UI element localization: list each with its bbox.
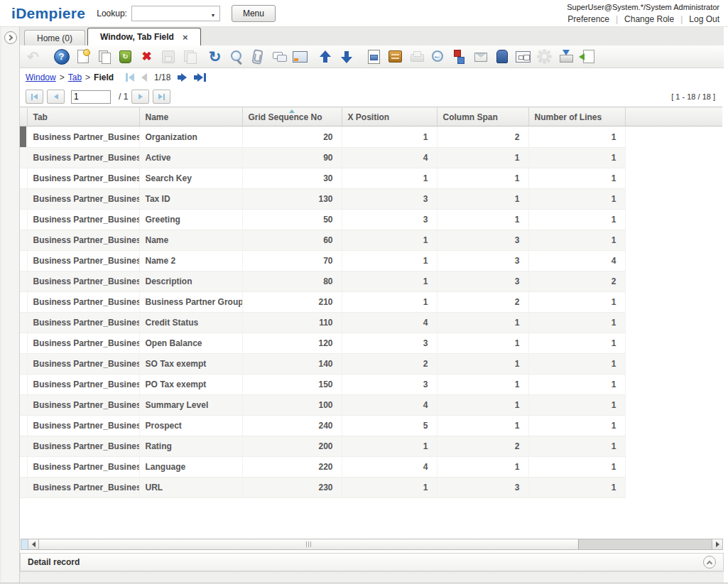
previous-page-button[interactable] [47, 90, 65, 104]
change-role-link[interactable]: Change Role [624, 14, 674, 24]
detail-record-icon[interactable] [338, 48, 356, 66]
table-row[interactable]: Business Partner_BusinessTax ID130311 [20, 189, 722, 210]
column-header-x-position[interactable]: X Position [342, 107, 437, 126]
row-select-indicator [20, 436, 27, 457]
lookup-label: Lookup: [97, 9, 127, 18]
table-row[interactable]: Business Partner_BusinessOpen Balance120… [20, 333, 722, 354]
print-icon [408, 48, 425, 66]
cell-number-of-lines: 1 [528, 168, 625, 189]
cell-number-of-lines: 1 [528, 148, 625, 168]
cell-grid-sequence-no: 130 [242, 189, 342, 210]
table-row[interactable]: Business Partner_BusinessOrganization201… [20, 126, 722, 148]
cell-name: Greeting [139, 210, 242, 230]
selected-row-marker [20, 126, 26, 147]
cell-column-span: 2 [437, 436, 528, 457]
chat-icon[interactable] [270, 48, 288, 66]
first-page-button[interactable] [26, 90, 43, 104]
column-header-tab[interactable]: Tab [27, 107, 139, 126]
table-row[interactable]: Business Partner_BusinessSearch Key30111 [20, 168, 722, 189]
record-navigation: 1/18 [125, 72, 207, 82]
copy-record-icon[interactable] [95, 48, 113, 66]
tab-home[interactable]: Home (0) [24, 30, 85, 45]
table-row[interactable]: Business Partner_BusinessURL230131 [20, 478, 722, 498]
detail-record-title: Detail record [28, 557, 80, 567]
scrollbar-track[interactable] [579, 539, 712, 549]
expand-sidebar-button[interactable] [4, 31, 17, 44]
table-row[interactable]: Business Partner_BusinessName 270134 [20, 251, 722, 271]
table-row[interactable]: Business Partner_BusinessPO Tax exempt15… [20, 375, 722, 395]
help-icon[interactable] [53, 48, 70, 66]
collapse-detail-button[interactable] [703, 556, 716, 569]
requests-icon[interactable] [472, 48, 489, 66]
column-header-number-of-lines[interactable]: Number of Lines [528, 107, 625, 126]
delete-selection-icon[interactable] [138, 48, 156, 66]
last-record-button[interactable] [194, 73, 207, 82]
next-page-button[interactable] [131, 90, 149, 104]
table-row[interactable]: Business Partner_BusinessSO Tax exempt14… [20, 354, 722, 375]
find-icon[interactable] [227, 48, 245, 66]
menu-button[interactable]: Menu [232, 5, 276, 22]
scroll-right-button[interactable] [712, 539, 722, 549]
column-header-grid-sequence-no[interactable]: Grid Sequence No [242, 107, 342, 126]
table-row[interactable]: Business Partner_BusinessLanguage220411 [20, 457, 722, 478]
table-row[interactable]: Business Partner_BusinessActive90411 [20, 148, 722, 168]
table-row[interactable]: Business Partner_BusinessDescription8013… [20, 271, 722, 292]
window-bottom-edge [0, 583, 728, 587]
table-row[interactable]: Business Partner_BusinessProspect240511 [20, 416, 722, 436]
table-row[interactable]: Business Partner_BusinessGreeting50311 [20, 210, 722, 230]
workflow-icon[interactable] [450, 48, 468, 66]
lookup-input[interactable] [132, 6, 207, 21]
parent-record-icon[interactable] [317, 48, 335, 66]
work-area: Window > Tab > Field 1/18 [20, 68, 724, 571]
cell-column-span: 1 [437, 168, 528, 189]
cell-grid-sequence-no: 90 [242, 148, 342, 168]
customize-grid-icon[interactable] [514, 48, 532, 66]
detail-record-panel[interactable]: Detail record [20, 553, 724, 571]
next-record-button[interactable] [178, 73, 187, 82]
paging-bar: / 1 [ 1 - 18 / 18 ] [20, 87, 724, 107]
horizontal-scrollbar[interactable] [21, 539, 723, 550]
scroll-left-button[interactable] [28, 539, 39, 549]
cell-name: Open Balance [139, 333, 242, 354]
process-icon [536, 48, 553, 66]
new-record-icon[interactable] [74, 48, 92, 66]
cell-x-position: 3 [342, 375, 437, 395]
cell-number-of-lines: 1 [528, 313, 625, 333]
tab-close-icon[interactable]: × [183, 33, 188, 42]
table-row[interactable]: Business Partner_BusinessCredit Status11… [20, 313, 722, 333]
cell-name: Organization [139, 126, 242, 148]
tab-window-tab-field[interactable]: Window, Tab Field × [87, 28, 200, 45]
cell-tab: Business Partner_Business [27, 457, 139, 478]
export-icon[interactable] [557, 48, 575, 66]
table-row[interactable]: Business Partner_BusinessSummary Level10… [20, 395, 722, 416]
csv-import-icon[interactable] [578, 48, 596, 66]
breadcrumb-tab-link[interactable]: Tab [68, 72, 82, 82]
tab-bar: Home (0) Window, Tab Field × [20, 27, 724, 45]
lookup-dropdown-icon[interactable] [207, 7, 219, 20]
cell-column-span: 1 [437, 313, 528, 333]
row-select-indicator [20, 333, 27, 354]
column-header-name[interactable]: Name [139, 107, 242, 126]
refresh-icon[interactable] [206, 48, 224, 66]
table-row[interactable]: Business Partner_BusinessBusiness Partne… [20, 292, 722, 313]
breadcrumb-window-link[interactable]: Window [26, 72, 56, 82]
preference-link[interactable]: Preference [567, 14, 609, 24]
cell-number-of-lines: 1 [528, 333, 625, 354]
delete-record-icon[interactable] [116, 48, 134, 66]
zoom-across-icon[interactable] [429, 48, 447, 66]
scrollbar-thumb[interactable] [39, 539, 579, 549]
table-row[interactable]: Business Partner_BusinessRating200121 [20, 436, 722, 457]
table-row[interactable]: Business Partner_BusinessName60131 [20, 230, 722, 251]
attachment-icon[interactable] [249, 48, 266, 66]
grid-toggle-icon[interactable] [291, 48, 309, 66]
cell-grid-sequence-no: 20 [242, 126, 342, 148]
archive-icon[interactable] [386, 48, 404, 66]
page-number-input[interactable] [71, 90, 111, 104]
last-page-button[interactable] [153, 90, 170, 104]
report-icon[interactable] [365, 48, 383, 66]
product-info-icon[interactable] [493, 48, 511, 66]
column-header-column-span[interactable]: Column Span [437, 107, 528, 126]
row-select-indicator [20, 189, 27, 210]
user-info: SuperUser@System.*/System Administrator [567, 3, 719, 11]
logout-link[interactable]: Log Out [689, 14, 719, 24]
